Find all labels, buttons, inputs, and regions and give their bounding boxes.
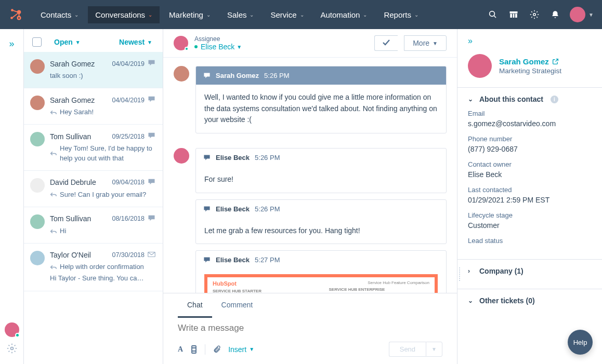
- tab-comment[interactable]: Comment: [212, 293, 263, 318]
- conversation-item[interactable]: Tom Sullivan 08/16/2018 Hi: [24, 207, 163, 244]
- format-text-icon[interactable]: A: [178, 345, 183, 354]
- field-value: 01/29/2021 2:59 PM EST: [468, 196, 592, 204]
- section-tickets: ⌄ Other tickets (0): [457, 289, 602, 318]
- avatar: [30, 132, 45, 146]
- conversation-item[interactable]: Tom Sullivan 09/25/2018 Hey Tom! Sure, I…: [24, 125, 163, 170]
- contact-role: Marketing Strategist: [499, 67, 561, 75]
- sort-filter[interactable]: Newest▼: [119, 38, 152, 46]
- conversation-date: 04/04/2019: [112, 60, 145, 68]
- conversation-thread: Assignee Elise Beck ▼ More▼ Sarah Gomez …: [163, 29, 457, 364]
- message-input[interactable]: [178, 323, 442, 333]
- conversation-preview: Hey Sarah!: [60, 107, 94, 117]
- expand-rail-button[interactable]: »: [9, 38, 14, 49]
- user-avatar[interactable]: [570, 7, 585, 22]
- conversation-date: 07/30/2018: [112, 251, 145, 259]
- left-rail: »: [0, 29, 24, 364]
- send-options-button[interactable]: ▼: [426, 342, 442, 357]
- status-filter[interactable]: Open▼: [54, 38, 81, 46]
- message-avatar: [174, 148, 189, 164]
- assignee-label: Assignee: [194, 35, 242, 43]
- info-icon[interactable]: i: [551, 96, 558, 103]
- field-label: Email: [468, 110, 592, 117]
- message-sender: Elise Beck: [216, 205, 250, 213]
- more-actions-button[interactable]: More▼: [404, 35, 447, 51]
- gear-icon[interactable]: [7, 343, 17, 354]
- rail-user-avatar[interactable]: [5, 322, 19, 337]
- hubspot-logo[interactable]: [8, 7, 23, 22]
- collapse-sidebar-button[interactable]: »: [468, 36, 592, 46]
- assignee-avatar[interactable]: [174, 36, 188, 50]
- conversation-name: Tom Sullivan: [50, 214, 91, 223]
- nav-reports[interactable]: Reports⌄: [376, 6, 426, 23]
- field-label: Lead status: [468, 237, 592, 245]
- select-all-checkbox[interactable]: [32, 37, 42, 47]
- tab-chat[interactable]: Chat: [178, 293, 212, 318]
- message-body: Let me grab a few resources for you. Han…: [196, 218, 446, 244]
- conversation-date: 09/25/2018: [112, 133, 145, 140]
- avatar: [30, 178, 45, 193]
- complete-button[interactable]: [374, 35, 398, 51]
- message-body: For sure!: [196, 167, 446, 193]
- attachment-icon[interactable]: [213, 345, 221, 354]
- conversation-name: Taylor O'Neil: [50, 251, 91, 259]
- nav-service[interactable]: Service⌄: [263, 6, 311, 23]
- contact-name-link[interactable]: Sarah Gomez: [499, 57, 561, 66]
- send-button[interactable]: Send: [389, 342, 426, 357]
- contact-field: Emails.gomez@costarvideo.com: [468, 110, 592, 128]
- message-bubble: Elise Beck 5:26 PMFor sure!: [195, 148, 447, 193]
- notifications-icon[interactable]: [545, 4, 566, 25]
- channel-icon: [148, 96, 155, 104]
- message-attachment[interactable]: HubSpotSERVICE HUB STARTERPortal Feature…: [204, 274, 438, 293]
- help-button[interactable]: Help: [568, 330, 593, 355]
- conversation-date: 04/04/2019: [112, 97, 145, 104]
- conversation-item[interactable]: Sarah Gomez 04/04/2019 talk soon :): [24, 52, 163, 88]
- nav-sales[interactable]: Sales⌄: [220, 6, 261, 23]
- field-value: Customer: [468, 221, 592, 230]
- nav-automation[interactable]: Automation⌄: [313, 6, 375, 23]
- chevron-down-icon: ⌄: [468, 297, 474, 304]
- svg-rect-7: [515, 14, 517, 18]
- message-sender: Sarah Gomez: [216, 72, 259, 79]
- avatar: [30, 96, 45, 110]
- conversation-name: Tom Sullivan: [50, 132, 91, 141]
- field-label: Last contacted: [468, 186, 592, 194]
- search-icon[interactable]: [482, 4, 503, 25]
- settings-icon[interactable]: [524, 4, 545, 25]
- conversation-item[interactable]: Taylor O'Neil 07/30/2018 Help with order…: [24, 244, 163, 291]
- channel-icon: [148, 214, 155, 223]
- contact-field: Lifecycle stageCustomer: [468, 211, 592, 230]
- conversation-name: David Debrule: [50, 178, 96, 186]
- message-composer: Chat Comment A Insert▼ Send ▼: [163, 293, 457, 364]
- nav-conversations[interactable]: Conversations⌄: [88, 6, 160, 23]
- section-tickets-toggle[interactable]: ⌄ Other tickets (0): [468, 296, 592, 305]
- section-about-toggle[interactable]: ⌄ About this contact i: [468, 95, 592, 103]
- contact-field: Lead status: [468, 237, 592, 245]
- marketplace-icon[interactable]: [503, 4, 524, 25]
- conversation-item[interactable]: David Debrule 09/04/2018 Sure! Can I gra…: [24, 171, 163, 207]
- svg-rect-6: [513, 14, 515, 18]
- nav-marketing[interactable]: Marketing⌄: [162, 6, 218, 23]
- chevron-down-icon: ▼: [588, 12, 594, 18]
- avatar: [30, 251, 45, 265]
- section-company-toggle[interactable]: › Company (1): [468, 267, 592, 275]
- insert-dropdown[interactable]: Insert▼: [228, 345, 254, 354]
- field-value: Elise Beck: [468, 170, 592, 179]
- message-body: Well, I wanted to know if you could give…: [196, 85, 446, 133]
- conversation-preview: Help with order confirmation: [60, 262, 144, 272]
- conversation-preview: Hi: [60, 226, 66, 236]
- inbox-panel: Open▼ Newest▼ Sarah Gomez 04/04/2019 tal…: [24, 29, 163, 364]
- avatar: [30, 59, 45, 74]
- conversation-item[interactable]: Sarah Gomez 04/04/2019 Hey Sarah!: [24, 88, 163, 125]
- contact-field: Last contacted01/29/2021 2:59 PM EST: [468, 186, 592, 204]
- message-time: 5:26 PM: [255, 205, 280, 213]
- avatar: [30, 214, 45, 229]
- field-value: s.gomez@costarvideo.com: [468, 119, 592, 128]
- top-nav: Contacts⌄Conversations⌄Marketing⌄Sales⌄S…: [0, 0, 602, 29]
- conversation-date: 09/04/2018: [112, 179, 145, 186]
- message-time: 5:26 PM: [264, 72, 289, 79]
- snippet-icon[interactable]: [190, 345, 198, 354]
- contact-field: Phone number(877) 929-0687: [468, 135, 592, 153]
- nav-contacts[interactable]: Contacts⌄: [33, 6, 86, 23]
- contact-avatar[interactable]: [468, 54, 492, 78]
- assignee-name-dropdown[interactable]: Elise Beck ▼: [194, 43, 242, 51]
